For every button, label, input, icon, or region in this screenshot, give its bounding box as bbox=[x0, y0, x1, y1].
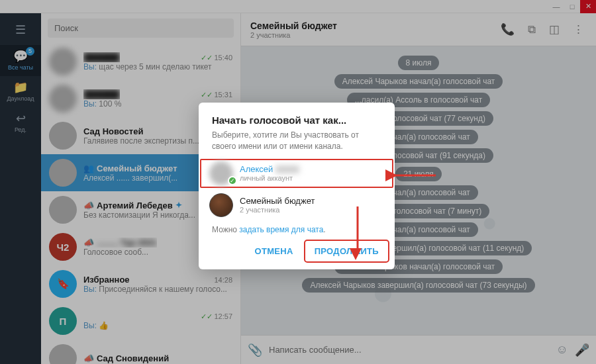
option-name: Алексей bbox=[240, 164, 384, 174]
start-voice-chat-modal: Начать голосовой чат как... Выберите, хо… bbox=[199, 103, 395, 269]
option-personal-account[interactable]: ✓ Алексей личный аккаунт bbox=[199, 158, 395, 189]
option-sub: 2 участника bbox=[240, 206, 384, 214]
avatar bbox=[209, 193, 233, 217]
schedule-link[interactable]: задать время для чата bbox=[239, 225, 323, 234]
option-sub: личный аккаунт bbox=[240, 174, 384, 182]
modal-title: Начать голосовой чат как... bbox=[199, 114, 395, 130]
option-channel[interactable]: Семейный бюджет 2 участника bbox=[199, 189, 395, 221]
modal-description: Выберите, хотите ли Вы участвовать от св… bbox=[199, 130, 395, 158]
option-name: Семейный бюджет bbox=[240, 196, 384, 206]
modal-footnote: Можно задать время для чата. bbox=[199, 221, 395, 241]
continue-button[interactable]: ПРОДОЛЖИТЬ bbox=[305, 241, 388, 261]
cancel-button[interactable]: ОТМЕНА bbox=[246, 241, 303, 261]
check-icon: ✓ bbox=[228, 176, 237, 185]
